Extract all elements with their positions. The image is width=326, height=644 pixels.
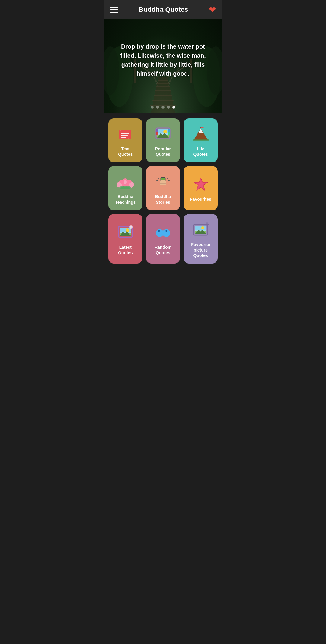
svg-point-47 bbox=[119, 186, 131, 189]
svg-rect-24 bbox=[121, 135, 128, 136]
buddha-teachings-icon bbox=[116, 173, 134, 191]
svg-rect-63 bbox=[120, 228, 131, 232]
svg-rect-41 bbox=[193, 139, 209, 141]
quote-banner: Drop by drop is the water pot filled. Li… bbox=[104, 19, 222, 113]
dot-4[interactable] bbox=[167, 106, 170, 109]
card-buddha-stories[interactable]: BuddhaStories bbox=[146, 166, 180, 210]
banner-quote-text: Drop by drop is the water pot filled. Li… bbox=[104, 42, 222, 78]
svg-line-56 bbox=[167, 178, 168, 179]
random-quotes-icon: " " bbox=[154, 223, 172, 242]
card-random-quotes[interactable]: " " RandomQuotes bbox=[146, 214, 180, 264]
life-quotes-icon bbox=[192, 125, 210, 143]
card-favourites[interactable]: Favourites bbox=[184, 166, 218, 210]
text-quotes-icon: " " bbox=[116, 125, 134, 143]
svg-rect-25 bbox=[121, 137, 126, 138]
favourites-heart-button[interactable]: ❤ bbox=[209, 5, 216, 15]
card-text-quotes[interactable]: " " TextQuotes bbox=[108, 118, 142, 162]
dot-3[interactable] bbox=[161, 106, 165, 109]
svg-rect-34 bbox=[156, 132, 158, 135]
card-latest-quotes[interactable]: LatestQuotes bbox=[108, 214, 142, 264]
card-life-quotes[interactable]: LifeQuotes bbox=[184, 118, 218, 162]
dot-5[interactable] bbox=[172, 106, 175, 109]
svg-rect-5 bbox=[155, 90, 171, 91]
svg-line-57 bbox=[168, 180, 169, 181]
svg-rect-3 bbox=[157, 83, 169, 84]
svg-rect-75 bbox=[195, 226, 206, 230]
buddha-teachings-label: BuddhaTeachings bbox=[115, 194, 136, 205]
svg-rect-29 bbox=[157, 129, 169, 133]
favourites-icon bbox=[192, 175, 210, 194]
random-quotes-label: RandomQuotes bbox=[155, 245, 171, 255]
svg-rect-7 bbox=[152, 100, 174, 101]
svg-rect-2 bbox=[158, 80, 168, 81]
latest-quotes-icon bbox=[116, 223, 134, 242]
app-header: Buddha Quotes ❤ bbox=[104, 0, 222, 19]
svg-rect-6 bbox=[154, 95, 172, 96]
category-grid: " " TextQuotes bbox=[104, 113, 222, 269]
card-popular-quotes[interactable]: PopularQuotes bbox=[146, 118, 180, 162]
dot-1[interactable] bbox=[151, 106, 154, 109]
header-title: Buddha Quotes bbox=[139, 6, 188, 14]
svg-rect-23 bbox=[121, 133, 129, 134]
popular-quotes-label: PopularQuotes bbox=[155, 146, 171, 157]
menu-button[interactable] bbox=[110, 7, 118, 13]
popular-quotes-icon bbox=[154, 125, 172, 143]
svg-rect-4 bbox=[156, 86, 170, 87]
svg-point-48 bbox=[124, 180, 127, 184]
svg-text:": " bbox=[128, 137, 129, 141]
latest-quotes-label: LatestQuotes bbox=[118, 245, 133, 255]
favourites-label: Favourites bbox=[190, 197, 211, 202]
svg-point-31 bbox=[163, 130, 167, 133]
svg-text:": " bbox=[158, 229, 161, 236]
dot-2[interactable] bbox=[156, 106, 159, 109]
svg-text:": " bbox=[120, 129, 122, 133]
card-buddha-teachings[interactable]: BuddhaTeachings bbox=[108, 166, 142, 210]
carousel-dots bbox=[151, 106, 175, 109]
favourite-picture-quotes-icon bbox=[192, 221, 210, 239]
svg-rect-36 bbox=[168, 132, 170, 135]
svg-point-77 bbox=[201, 226, 204, 229]
svg-marker-40 bbox=[201, 127, 204, 128]
svg-rect-35 bbox=[168, 129, 170, 132]
favourite-picture-quotes-label: Favourite pictureQuotes bbox=[187, 242, 215, 258]
buddha-stories-label: BuddhaStories bbox=[155, 194, 171, 205]
text-quotes-label: TextQuotes bbox=[118, 146, 133, 157]
card-favourite-picture-quotes[interactable]: Favourite pictureQuotes bbox=[184, 214, 218, 264]
svg-text:": " bbox=[164, 229, 167, 236]
svg-line-55 bbox=[157, 180, 158, 181]
svg-point-65 bbox=[126, 228, 129, 232]
life-quotes-label: LifeQuotes bbox=[193, 146, 208, 157]
svg-marker-38 bbox=[198, 128, 203, 133]
svg-rect-51 bbox=[160, 180, 166, 185]
buddha-stories-icon bbox=[154, 173, 172, 191]
svg-line-54 bbox=[158, 178, 159, 179]
svg-rect-33 bbox=[156, 129, 158, 132]
